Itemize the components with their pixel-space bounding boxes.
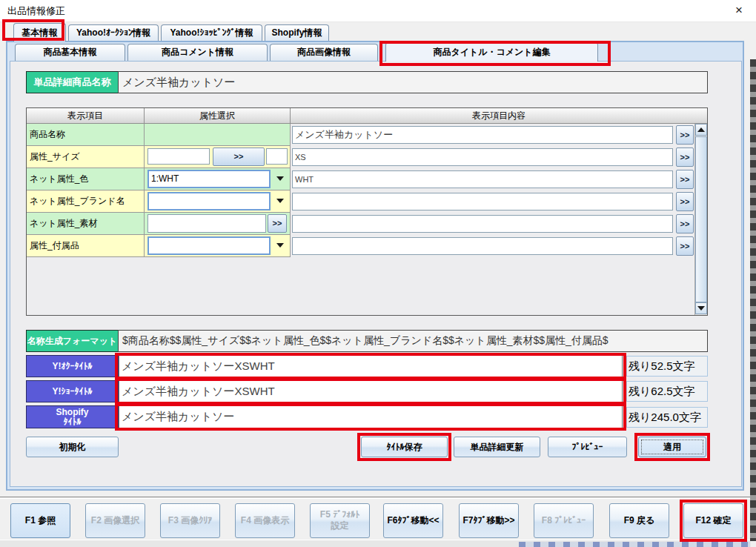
scroll-up-icon xyxy=(697,127,705,132)
chevron-down-icon[interactable] xyxy=(276,176,284,181)
f9-back-button[interactable]: F9 戻る xyxy=(609,503,669,538)
transfer-button-net-attr-brand[interactable]: >> xyxy=(676,192,694,211)
subtab-product-image-info[interactable]: 商品画像情報 xyxy=(270,44,378,61)
tab-shopify-info[interactable]: Shopify情報 xyxy=(265,24,329,42)
f8-preview-button: F8 ﾌﾟﾚﾋﾞｭｰ xyxy=(534,503,594,538)
color-value-input[interactable] xyxy=(292,170,673,188)
row-widget-product-name xyxy=(145,124,291,146)
transfer-button-attr-size[interactable]: >> xyxy=(676,147,694,167)
subtab-product-comment-info[interactable]: 商品コメント情報 xyxy=(127,44,268,61)
product-detail-name-label: 単品詳細商品名称 xyxy=(26,71,119,93)
brand-combobox[interactable] xyxy=(147,192,271,210)
focus-rectangle xyxy=(641,440,703,454)
shopify-remaining-count: 残り245.0文字 xyxy=(626,407,708,428)
tab-yahoo-auction-info[interactable]: Yahoo!ｵｰｸｼｮﾝ情報 xyxy=(68,24,159,42)
subtab-title-comment-edit[interactable]: 商品タイトル・コメント編集 xyxy=(385,42,598,62)
yahoo-auction-title-label: Y!ｵｸｰﾀｲﾄﾙ xyxy=(26,355,119,377)
yahoo-shopping-remaining-count: 残り62.5文字 xyxy=(626,381,708,402)
shopify-title-input[interactable] xyxy=(119,405,623,428)
background-window-edge xyxy=(750,59,756,541)
material-transfer-button[interactable]: >> xyxy=(268,214,287,233)
row-label-net-attr-brand: ネット属性_ブランド名 xyxy=(27,190,145,213)
product-name-value-input[interactable] xyxy=(292,126,673,144)
shopify-title-label: Shopify ﾀｲﾄﾙ xyxy=(26,405,119,428)
f1-reference-button[interactable]: F1 参照 xyxy=(10,503,70,538)
f6-tab-move-back-button[interactable]: F6ﾀﾌﾞ移動<< xyxy=(383,503,443,538)
scroll-up-button[interactable] xyxy=(695,124,707,136)
row-widget-attr-size: >> xyxy=(145,146,291,168)
transfer-button-net-attr-color[interactable]: >> xyxy=(676,170,694,189)
title-bar xyxy=(0,0,756,22)
scrollbar-thumb[interactable] xyxy=(695,136,707,302)
divider xyxy=(0,497,751,499)
color-combobox[interactable]: 1:WHT xyxy=(147,170,271,188)
name-format-field[interactable]: $商品名称$$属性_サイズ$$ネット属性_色$$ネット属性_ブランド名$$ネット… xyxy=(118,330,708,352)
row-label-product-name: 商品名称 xyxy=(27,124,145,146)
scroll-down-icon xyxy=(697,306,705,311)
row-widget-net-attr-material: >> xyxy=(145,213,291,235)
preview-button[interactable]: ﾌﾟﾚﾋﾞｭｰ xyxy=(548,437,627,457)
row-value-cell: >> xyxy=(291,213,694,235)
yahoo-shopping-title-label: Y!ｼｮｰﾀｲﾄﾙ xyxy=(26,380,119,402)
update-detail-button[interactable]: 単品詳細更新 xyxy=(454,437,540,457)
accessory-combobox[interactable] xyxy=(147,236,271,255)
yahoo-auction-remaining-count: 残り52.5文字 xyxy=(626,356,708,377)
subtab-product-basic-info[interactable]: 商品基本情報 xyxy=(15,44,125,61)
chevron-down-icon[interactable] xyxy=(276,199,284,203)
window-title: 出品情報修正 xyxy=(7,0,65,22)
f7-tab-move-forward-button[interactable]: F7ﾀﾌﾞ移動>> xyxy=(459,503,519,538)
f5-label-line2: 設定 xyxy=(311,520,369,531)
tab-basic-info[interactable]: 基本情報 xyxy=(13,23,66,42)
f2-image-select-button: F2 画像選択 xyxy=(85,503,145,538)
table-scrollbar[interactable] xyxy=(694,124,707,315)
transfer-button-product-name[interactable]: >> xyxy=(676,125,694,145)
f5-label-line1: F5 ﾃﾞﾌｫﾙﾄ xyxy=(311,509,369,520)
product-detail-name-input[interactable]: メンズ半袖カットソー xyxy=(118,71,708,93)
row-label-net-attr-color: ネット属性_色 xyxy=(27,168,145,190)
row-value-cell: >> xyxy=(291,124,694,146)
chevron-down-icon[interactable] xyxy=(276,243,284,248)
row-label-net-attr-material: ネット属性_素材 xyxy=(27,213,145,235)
row-widget-net-attr-brand xyxy=(145,190,291,213)
shopify-title-label-line2: ﾀｲﾄﾙ xyxy=(27,417,118,427)
size-input-right[interactable] xyxy=(266,148,288,165)
row-label-attr-size: 属性_サイズ xyxy=(27,146,145,168)
row-widget-attr-accessory xyxy=(145,235,291,257)
transfer-button-attr-accessory[interactable]: >> xyxy=(676,236,694,256)
close-icon[interactable]: × xyxy=(728,0,750,22)
material-value-input[interactable] xyxy=(292,215,673,233)
transfer-button-net-attr-material[interactable]: >> xyxy=(676,214,694,233)
f5-default-setting-button: F5 ﾃﾞﾌｫﾙﾄ 設定 xyxy=(310,503,370,538)
yahoo-shopping-title-input[interactable] xyxy=(119,380,623,402)
size-value-input[interactable] xyxy=(292,148,673,166)
tab-yahoo-shopping-info[interactable]: Yahoo!ｼｮｯﾋﾟﾝｸﾞ情報 xyxy=(161,24,262,42)
col-header-display-item: 表示項目 xyxy=(27,108,145,124)
col-header-display-content: 表示項目内容 xyxy=(291,108,707,124)
initialize-button[interactable]: 初期化 xyxy=(26,437,119,457)
col-header-attribute-select: 属性選択 xyxy=(145,108,291,124)
material-input[interactable] xyxy=(147,214,266,233)
apply-button[interactable]: 適用 xyxy=(638,437,706,457)
brand-value-input[interactable] xyxy=(292,193,673,210)
f12-confirm-button[interactable]: F12 確定 xyxy=(683,503,743,538)
row-value-cell: >> xyxy=(291,168,694,190)
yahoo-auction-title-input[interactable] xyxy=(119,355,623,377)
row-label-attr-accessory: 属性_付属品 xyxy=(27,235,145,257)
size-input-left[interactable] xyxy=(147,148,210,165)
row-value-cell: >> xyxy=(291,235,694,257)
accessory-value-input[interactable] xyxy=(292,237,673,255)
name-format-label: 名称生成フォーマット xyxy=(26,330,119,352)
size-transfer-button[interactable]: >> xyxy=(213,147,265,166)
row-value-cell: >> xyxy=(291,190,694,213)
scroll-down-button[interactable] xyxy=(695,302,707,314)
save-title-button[interactable]: ﾀｲﾄﾙ保存 xyxy=(361,437,448,457)
f4-image-show-button: F4 画像表示 xyxy=(235,503,295,538)
background-window-edge-bottom xyxy=(519,542,750,547)
row-value-cell: >> xyxy=(291,146,694,168)
f3-image-clear-button: F3 画像ｸﾘｱ xyxy=(160,503,220,538)
row-widget-net-attr-color: 1:WHT xyxy=(145,168,291,190)
